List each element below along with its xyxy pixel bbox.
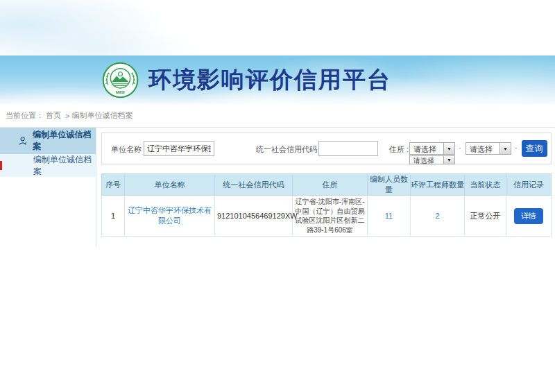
chevron-down-icon[interactable]: ▼ [443,143,454,154]
query-button[interactable]: 查询 [522,140,547,157]
engineer-count-link[interactable]: 2 [435,212,439,220]
col-unit-name: 单位名称 [125,174,215,196]
breadcrumb: 当前位置：首页>编制单位诚信档案 [0,104,555,127]
cell-index: 1 [102,196,125,237]
district-select-value: 请选择 [410,156,443,164]
col-index: 序号 [102,174,125,196]
col-status: 当前状态 [465,174,506,196]
mee-logo-icon: MEE [102,62,139,99]
site-title: 环境影响评价信用平台 [148,65,391,96]
top-strip [0,0,555,56]
unit-name-link[interactable]: 辽宁中咨华宇环保技术有限公司 [128,206,212,225]
col-credit-code: 统一社会信用代码 [215,174,293,196]
cell-status: 正常公开 [465,196,506,237]
search-form: 单位名称 : 统一社会信用代码 : 住所 : 请选择 ▼ · 请选择 ▼ · 请… [101,133,552,164]
province-select-value: 请选择 [410,143,443,154]
city-select[interactable]: 请选择 ▼ [466,142,511,155]
main-panel: 单位名称 : 统一社会信用代码 : 住所 : 请选择 ▼ · 请选择 ▼ · 请… [96,128,555,247]
col-credit-record: 信用记录 [506,174,552,196]
credit-code-input[interactable] [318,141,378,156]
chevron-down-icon[interactable]: ▼ [443,156,454,164]
site-banner: MEE 环境影响评价信用平台 [0,56,555,104]
address-dot-2: · [515,144,518,152]
result-table: 序号 单位名称 统一社会信用代码 住所 编制人员数量 环评工程师数量 当前状态 … [101,173,552,237]
unit-name-input[interactable] [144,141,214,156]
unit-name-label: 单位名称 : [111,144,146,155]
content-area: 编制单位诚信档案 编制单位诚信档案 单位名称 : 统一社会信用代码 : 住所 :… [0,127,555,247]
breadcrumb-home-link[interactable]: 首页 [46,110,61,121]
city-select-value: 请选择 [466,143,500,154]
sidebar-item-label: 编制单位诚信档案 [33,154,96,178]
address-dot-1: · [459,144,461,152]
logo-text: MEE [116,90,125,94]
active-marker [0,161,2,170]
breadcrumb-prefix: 当前位置： [6,110,44,121]
person-icon [17,135,28,146]
breadcrumb-current: 编制单位诚信档案 [71,110,133,121]
col-staff-count: 编制人员数量 [368,174,411,196]
table-row: 1 辽宁中咨华宇环保技术有限公司 9121010456469129XW 辽宁省-… [102,196,552,237]
detail-button[interactable]: 详情 [514,208,543,224]
chevron-down-icon[interactable]: ▼ [500,143,511,154]
breadcrumb-separator: > [65,112,69,120]
cell-address: 辽宁省-沈阳市-浑南区-中国（辽宁）自由贸易试验区沈阳片区创新二路39-1号60… [293,196,368,237]
staff-count-link[interactable]: 11 [385,212,393,220]
sidebar-header: 编制单位诚信档案 [0,128,96,154]
province-select[interactable]: 请选择 ▼ [409,142,455,155]
sidebar-item-archive[interactable]: 编制单位诚信档案 [0,154,96,177]
credit-code-label: 统一社会信用代码 : [256,144,321,155]
sidebar: 编制单位诚信档案 编制单位诚信档案 [0,128,96,247]
cell-credit-code: 9121010456469129XW [215,196,293,237]
col-address: 住所 [293,174,368,196]
table-header-row: 序号 单位名称 统一社会信用代码 住所 编制人员数量 环评工程师数量 当前状态 … [102,174,552,196]
col-engineer-count: 环评工程师数量 [411,174,465,196]
sidebar-header-label: 编制单位诚信档案 [33,129,96,153]
address-label: 住所 : [389,144,409,155]
district-select[interactable]: 请选择 ▼ [409,155,455,164]
